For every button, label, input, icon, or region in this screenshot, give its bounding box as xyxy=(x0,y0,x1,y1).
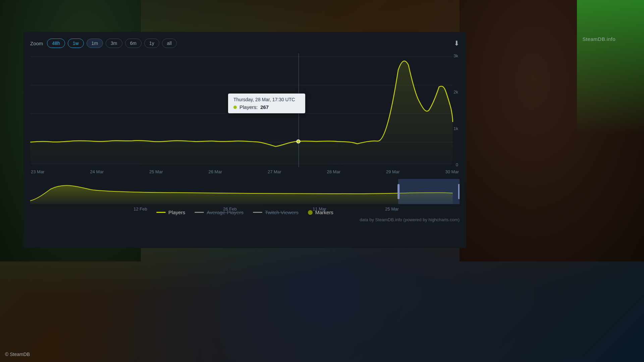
y-label-3k: 3k xyxy=(453,53,458,58)
zoom-1w-button[interactable]: 1w xyxy=(68,39,84,48)
mini-x-label-25mar: 25 Mar xyxy=(385,206,398,212)
x-label-24mar: 24 Mar xyxy=(90,169,104,174)
steamdb-top-watermark: SteamDB.info xyxy=(582,36,615,42)
legend-players-line xyxy=(156,212,166,213)
mini-chart-svg xyxy=(30,179,460,204)
svg-rect-6 xyxy=(398,179,460,204)
x-label-27mar: 27 Mar xyxy=(268,169,281,174)
zoom-48h-button[interactable]: 48h xyxy=(47,39,65,48)
attribution: data by SteamDB.info (powered by highcha… xyxy=(30,217,460,222)
main-chart-area: 3k 2k 1k 0 xyxy=(30,53,460,167)
y-label-0: 0 xyxy=(456,162,458,167)
main-x-axis: 23 Mar 24 Mar 25 Mar 26 Mar 27 Mar 28 Ma… xyxy=(30,169,460,174)
x-label-29mar: 29 Mar xyxy=(386,169,399,174)
x-label-23mar: 23 Mar xyxy=(31,169,44,174)
zoom-bar: Zoom 48h 1w 1m 3m 6m 1y all ⬇ xyxy=(30,39,460,48)
y-axis: 3k 2k 1k 0 xyxy=(453,53,460,167)
zoom-6m-button[interactable]: 6m xyxy=(125,39,142,48)
zoom-1y-button[interactable]: 1y xyxy=(144,39,159,48)
svg-point-5 xyxy=(297,140,300,143)
zoom-1m-button[interactable]: 1m xyxy=(87,39,103,48)
zoom-all-button[interactable]: all xyxy=(162,39,177,48)
mini-chart-area: 12 Feb 26 Feb 11 Mar 25 Mar . xyxy=(30,179,460,204)
download-button[interactable]: ⬇ xyxy=(454,39,460,47)
mini-x-label-12feb: 12 Feb xyxy=(133,206,147,212)
tooltip-title: Thursday, 28 Mar, 17:30 UTC xyxy=(233,97,300,102)
bottom-watermark: © SteamDB xyxy=(5,352,30,357)
tooltip-players-row: Players: 267 xyxy=(233,104,300,110)
tooltip-players-value: 267 xyxy=(260,104,269,110)
x-label-26mar: 26 Mar xyxy=(209,169,222,174)
x-label-30mar: 30 Mar xyxy=(445,169,459,174)
mini-x-label-26feb: 26 Feb xyxy=(223,206,236,212)
svg-rect-8 xyxy=(458,184,460,199)
y-label-1k: 1k xyxy=(453,126,458,131)
y-label-2k: 2k xyxy=(453,89,458,95)
mini-x-label-11mar: 11 Mar xyxy=(313,206,326,212)
mini-x-axis: 12 Feb 26 Feb 11 Mar 25 Mar . xyxy=(30,206,460,212)
green-accent xyxy=(577,0,644,134)
zoom-label: Zoom xyxy=(30,41,43,46)
svg-rect-7 xyxy=(397,184,399,199)
x-label-25mar: 25 Mar xyxy=(149,169,163,174)
legend-twitch-line xyxy=(253,212,262,213)
zoom-3m-button[interactable]: 3m xyxy=(106,39,122,48)
tooltip-dot xyxy=(233,106,237,109)
tooltip-players-label: Players: xyxy=(239,104,258,110)
chart-tooltip: Thursday, 28 Mar, 17:30 UTC Players: 267 xyxy=(228,94,305,113)
chart-panel: Zoom 48h 1w 1m 3m 6m 1y all ⬇ 3k 2k 1k 0 xyxy=(23,32,466,248)
legend-avg-line xyxy=(195,212,204,213)
x-label-28mar: 28 Mar xyxy=(327,169,340,174)
